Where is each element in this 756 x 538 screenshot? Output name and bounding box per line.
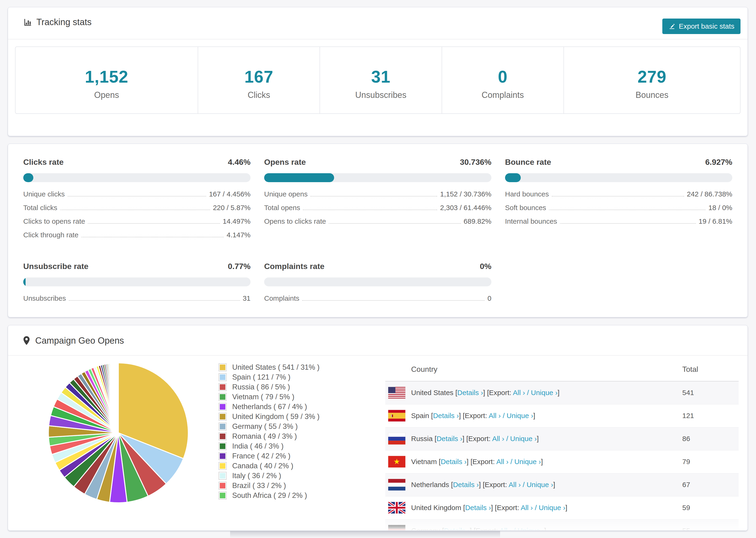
- table-link[interactable]: Unique ›: [518, 527, 544, 531]
- table-link[interactable]: Details ›: [441, 458, 466, 465]
- row-text: United States [: [411, 389, 458, 397]
- page-title: Tracking stats: [23, 17, 91, 27]
- legend-swatch: [219, 452, 227, 460]
- legend-label: Italy ( 36 / 2% ): [232, 471, 281, 480]
- table-link[interactable]: Unique ›: [514, 458, 541, 465]
- table-link[interactable]: All ›: [521, 504, 533, 511]
- detail-label: Total clicks: [23, 204, 57, 212]
- row-text: ] [Export:: [483, 389, 513, 397]
- dotted-leader: [310, 196, 437, 196]
- row-text: ]: [544, 527, 546, 531]
- legend-item: Russia ( 86 / 5% ): [219, 382, 320, 392]
- dotted-leader: [60, 210, 210, 210]
- table-link[interactable]: All ›: [500, 527, 512, 531]
- table-link[interactable]: Details ›: [458, 389, 483, 397]
- country-cell: Vietnam [Details ›] [Export: All › / Uni…: [411, 458, 543, 466]
- legend-item: France ( 42 / 2% ): [219, 451, 320, 461]
- table-link[interactable]: Details ›: [433, 412, 459, 419]
- rate-detail-line: Unique clicks 167 / 4.456%: [23, 190, 250, 198]
- legend-swatch: [219, 393, 227, 401]
- table-link[interactable]: Details ›: [436, 435, 462, 443]
- table-link[interactable]: Unique ›: [510, 435, 537, 443]
- legend-label: Brazil ( 33 / 2% ): [232, 481, 286, 490]
- geo-country-table: Country Total United States [Details ›] …: [385, 359, 739, 531]
- table-link[interactable]: All ›: [509, 481, 521, 488]
- dotted-leader: [69, 300, 240, 301]
- table-link: /: [521, 481, 527, 488]
- stat-label: Bounces: [564, 90, 740, 100]
- country-flag-icon: [388, 502, 405, 513]
- detail-value: 167 / 4.456%: [209, 190, 250, 198]
- table-link[interactable]: All ›: [496, 458, 509, 465]
- table-link[interactable]: Unique ›: [507, 412, 533, 419]
- legend-label: Vietnam ( 79 / 5% ): [232, 393, 295, 401]
- detail-label: Hard bounces: [505, 190, 549, 198]
- legend-item: Italy ( 36 / 2% ): [219, 471, 320, 481]
- card-header: Tracking stats Export basic stats: [8, 7, 747, 39]
- progress-bar-fill: [505, 173, 521, 182]
- rate-value: 0.77%: [228, 262, 250, 271]
- table-link[interactable]: Details ›: [444, 527, 470, 531]
- table-link: /: [504, 435, 510, 443]
- country-cell: United Kingdom [Details ›] [Export: All …: [411, 504, 567, 512]
- total-cell: 79: [682, 458, 690, 466]
- tracking-stats-card: Tracking stats Export basic stats 1,152 …: [8, 7, 748, 136]
- pie-legend: United States ( 541 / 31% ) Spain ( 121 …: [219, 362, 320, 501]
- table-link[interactable]: All ›: [513, 389, 525, 397]
- table-link: /: [533, 504, 539, 511]
- table-link[interactable]: Unique ›: [531, 389, 557, 397]
- legend-swatch: [219, 363, 227, 371]
- table-link[interactable]: Details ›: [465, 504, 491, 511]
- legend-item: Germany ( 55 / 3% ): [219, 422, 320, 431]
- stat-value: 0: [442, 67, 564, 86]
- progress-bar: [23, 173, 250, 182]
- legend-swatch: [219, 432, 227, 440]
- export-basic-stats-button[interactable]: Export basic stats: [662, 19, 740, 34]
- detail-label: Internal bounces: [505, 217, 557, 225]
- row-text: ]: [533, 412, 535, 419]
- detail-value: 1,152 / 30.736%: [440, 190, 491, 198]
- table-link[interactable]: Unique ›: [527, 481, 553, 488]
- detail-label: Total opens: [264, 204, 300, 212]
- country-cell: Netherlands [Details ›] [Export: All › /…: [411, 481, 555, 489]
- country-flag-icon: [388, 387, 405, 399]
- progress-bar: [264, 173, 491, 182]
- table-link[interactable]: Unique ›: [539, 504, 566, 511]
- table-link: /: [512, 527, 517, 531]
- table-link[interactable]: All ›: [489, 412, 501, 419]
- table-link[interactable]: Details ›: [453, 481, 479, 488]
- detail-label: Complaints: [264, 295, 299, 302]
- progress-bar-fill: [23, 173, 33, 182]
- table-link[interactable]: All ›: [492, 435, 504, 443]
- detail-value: 220 / 5.87%: [213, 204, 250, 212]
- detail-label: Unique opens: [264, 190, 307, 198]
- legend-label: Spain ( 121 / 7% ): [232, 373, 291, 381]
- rates-grid: Clicks rate 4.46% Unique clicks 167 / 4.…: [8, 144, 747, 316]
- pie-slice-other-43: [118, 363, 118, 433]
- table-row: United Kingdom [Details ›] [Export: All …: [385, 497, 739, 519]
- legend-label: India ( 46 / 3% ): [232, 442, 284, 451]
- dotted-leader: [88, 223, 220, 224]
- row-text: ] [Export:: [462, 435, 492, 443]
- summary-stat-cell: 167 Clicks: [198, 47, 320, 113]
- dotted-leader: [303, 210, 437, 210]
- country-cell: Spain [Details ›] [Export: All › / Uniqu…: [411, 412, 535, 420]
- section-title-label: Campaign Geo Opens: [35, 336, 124, 346]
- legend-swatch: [219, 413, 227, 421]
- row-text: ] [Export:: [466, 458, 496, 465]
- total-cell: 67: [682, 481, 690, 489]
- rate-detail-line: Clicks to opens rate 14.497%: [23, 217, 250, 226]
- table-body: United States [Details ›] [Export: All ›…: [385, 381, 739, 531]
- rate-title: Bounce rate: [505, 157, 551, 167]
- legend-swatch: [219, 373, 227, 381]
- rate-title: Complaints rate: [264, 262, 324, 271]
- row-text: ]: [537, 435, 539, 443]
- table-link: /: [525, 389, 531, 397]
- country-cell: Russia [Details ›] [Export: All › / Uniq…: [411, 435, 539, 443]
- detail-label: Clicks to opens rate: [23, 217, 85, 225]
- table-row: United States [Details ›] [Export: All ›…: [385, 381, 739, 404]
- bar-chart-icon: [23, 18, 32, 27]
- table-row: Spain [Details ›] [Export: All › / Uniqu…: [385, 404, 739, 427]
- country-flag-icon: [388, 433, 405, 445]
- row-text: ]: [553, 481, 555, 488]
